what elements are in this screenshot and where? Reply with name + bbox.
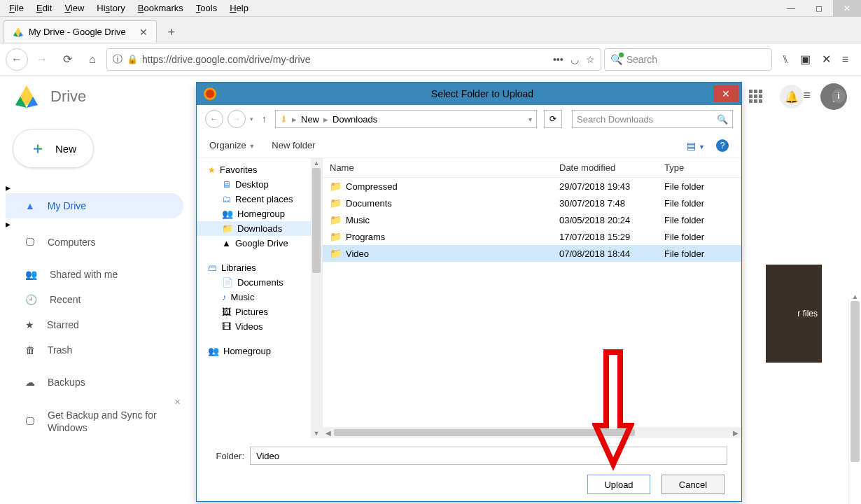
sidebar-item-my-drive[interactable]: ▲ My Drive [6, 193, 183, 218]
menu-view[interactable]: View [58, 1, 90, 15]
file-upload-dialog: Select Folder to Upload ✕ ← → ▾ ↑ ⬇ ▸ Ne… [196, 82, 742, 502]
menu-help[interactable]: Help [223, 1, 255, 15]
scroll-thumb[interactable] [850, 301, 860, 462]
more-icon[interactable]: ••• [553, 54, 564, 65]
tree-videos[interactable]: 🎞Videos [197, 319, 322, 334]
tab-close-button[interactable]: ✕ [139, 27, 148, 38]
menu-history[interactable]: History [90, 1, 131, 15]
tree-documents[interactable]: 📄Documents [197, 275, 322, 290]
menu-bookmarks[interactable]: Bookmarks [132, 1, 190, 15]
scroll-up-icon[interactable]: ▲ [849, 293, 861, 300]
col-type[interactable]: Type [664, 162, 734, 173]
expand-icon[interactable]: ▸ [6, 182, 10, 193]
scroll-right-icon[interactable]: ▶ [733, 429, 738, 437]
tree-downloads[interactable]: 📁Downloads [197, 221, 322, 236]
expand-icon[interactable]: ▸ [6, 218, 10, 230]
tree-homegroup[interactable]: 👥Homegroup [197, 206, 322, 221]
toolbar-close-icon[interactable]: ✕ [822, 52, 831, 66]
window-minimize-button[interactable]: — [777, 0, 805, 17]
tree-homegroup2[interactable]: 👥Homegroup [197, 344, 322, 358]
window-maximize-button[interactable]: ◻ [805, 0, 833, 17]
scroll-thumb[interactable] [312, 168, 321, 273]
col-name[interactable]: Name [330, 162, 559, 173]
tree-pictures[interactable]: 🖼Pictures [197, 304, 322, 319]
menu-file[interactable]: FFileile [3, 1, 30, 15]
scroll-up-icon[interactable]: ▲ [311, 160, 322, 167]
sidebar-label: Trash [48, 344, 72, 356]
reload-button[interactable]: ⟳ [56, 48, 78, 71]
plus-icon: ＋ [30, 138, 46, 159]
sidebar-item-backups[interactable]: ☁ Backups [6, 370, 183, 395]
back-button[interactable]: ← [6, 48, 28, 71]
tree-desktop[interactable]: 🖥Desktop [197, 177, 322, 192]
folder-input[interactable] [250, 447, 727, 465]
dialog-titlebar[interactable]: Select Folder to Upload ✕ [197, 83, 741, 105]
dialog-path[interactable]: ⬇ ▸ New ▸ Downloads ▾ [275, 110, 537, 128]
dialog-close-button[interactable]: ✕ [713, 85, 738, 102]
list-row[interactable]: 📁Compressed29/07/2018 19:43File folder [323, 178, 741, 195]
bookmark-star-icon[interactable]: ☆ [586, 54, 595, 65]
dialog-up-button[interactable]: ↑ [262, 113, 267, 125]
chevron-down-icon[interactable]: ▾ [250, 115, 253, 122]
window-close-button[interactable]: ✕ [833, 0, 861, 17]
tree-scrollbar[interactable]: ▲ ▼ [311, 158, 322, 438]
home-button[interactable]: ⌂ [81, 48, 104, 71]
scroll-thumb[interactable] [334, 429, 635, 436]
apps-grid-icon[interactable] [749, 90, 763, 104]
hamburger-menu-icon[interactable]: ≡ [842, 53, 848, 66]
sidebar-item-recent[interactable]: 🕘 Recent [6, 287, 183, 312]
address-bar[interactable]: ⓘ 🔒 https://drive.google.com/drive/my-dr… [106, 48, 601, 71]
tree-favorites[interactable]: ★Favorites [197, 162, 322, 177]
list-row[interactable]: 📁Documents30/07/2018 7:48File folder [323, 195, 741, 211]
new-tab-button[interactable]: + [161, 22, 182, 43]
view-options-button[interactable]: ▤ ▼ [687, 140, 705, 151]
library-icon[interactable]: ⑊ [782, 53, 789, 66]
col-date[interactable]: Date modified [559, 162, 664, 173]
sidebar-item-computers[interactable]: 🖵 Computers [6, 230, 183, 255]
scroll-left-icon[interactable]: ◀ [326, 429, 331, 437]
dismiss-icon[interactable]: ✕ [174, 398, 181, 407]
list-row[interactable]: 📁Programs17/07/2018 15:29File folder [323, 228, 741, 245]
upload-button[interactable]: Upload [587, 475, 650, 494]
sidebar-icon[interactable]: ▣ [800, 52, 811, 66]
dialog-forward-button[interactable]: → [227, 110, 246, 128]
tree-music[interactable]: ♪Music [197, 290, 322, 304]
list-view-icon[interactable]: ≡ [803, 88, 811, 103]
sidebar-item-starred[interactable]: ★ Starred [6, 312, 183, 337]
folder-icon: 📁 [330, 214, 342, 225]
organize-menu[interactable]: Organize ▼ [209, 140, 255, 150]
new-folder-button[interactable]: New folder [272, 140, 315, 150]
menu-tools[interactable]: Tools [190, 1, 223, 15]
path-seg[interactable]: New [301, 114, 319, 125]
dialog-back-button[interactable]: ← [205, 110, 223, 128]
dialog-refresh-button[interactable]: ⟳ [544, 110, 562, 128]
dialog-search-box[interactable]: Search Downloads 🔍 [572, 110, 733, 128]
horizontal-scrollbar[interactable]: ◀ ▶ [323, 427, 741, 438]
forward-button[interactable]: → [31, 48, 53, 71]
dialog-list: Name Date modified Type 📁Compressed29/07… [323, 158, 741, 438]
path-dropdown-icon[interactable]: ▾ [528, 115, 532, 123]
scrollbar[interactable]: ▲ ▼ [848, 300, 861, 504]
tree-google-drive[interactable]: ▲Google Drive [197, 236, 322, 251]
list-row[interactable]: 📁Video07/08/2018 18:44File folder [323, 245, 741, 262]
new-button[interactable]: ＋ New [13, 129, 94, 168]
sidebar-item-get-backup[interactable]: 🖵 Get Backup and Sync for Windows ✕ [6, 402, 183, 441]
notifications-icon[interactable]: 🔔 [780, 85, 804, 108]
tree-libraries[interactable]: 🗃Libraries [197, 260, 322, 275]
new-button-label: New [55, 143, 76, 155]
menu-edit[interactable]: Edit [30, 1, 58, 15]
scroll-down-icon[interactable]: ▼ [311, 430, 322, 437]
search-box[interactable]: 🔍 Search [604, 48, 772, 71]
recent-icon: 🗂 [222, 194, 231, 204]
help-icon[interactable]: ? [716, 139, 729, 152]
sidebar-item-shared[interactable]: 👥 Shared with me [6, 262, 183, 287]
path-seg[interactable]: Downloads [332, 114, 377, 125]
browser-tab[interactable]: My Drive - Google Drive ✕ [4, 20, 157, 43]
sidebar-item-trash[interactable]: 🗑 Trash [6, 337, 183, 363]
pocket-icon[interactable]: ◡ [570, 54, 579, 65]
cancel-button[interactable]: Cancel [662, 475, 724, 494]
star-icon: ★ [208, 165, 216, 175]
list-row[interactable]: 📁Music03/05/2018 20:24File folder [323, 211, 741, 228]
tree-recent-places[interactable]: 🗂Recent places [197, 192, 322, 206]
details-icon[interactable]: i [832, 89, 846, 103]
